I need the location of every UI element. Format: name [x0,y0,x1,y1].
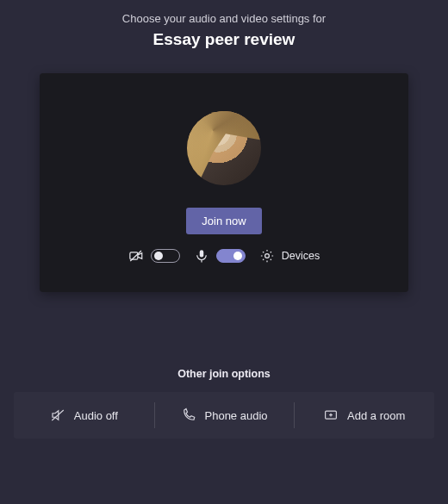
other-options-title: Other join options [7,368,441,380]
audio-off-option[interactable]: Audio off [14,392,154,439]
join-now-button[interactable]: Join now [186,208,261,234]
option-label: Add a room [347,409,405,422]
add-room-option[interactable]: Add a room [294,392,434,439]
devices-button[interactable]: Devices [259,248,320,264]
add-room-icon [323,408,339,423]
camera-toggle-switch[interactable] [151,249,180,263]
gear-icon [259,248,275,264]
svg-point-4 [264,254,269,258]
video-off-icon [128,248,144,264]
option-label: Phone audio [205,409,268,422]
option-label: Audio off [74,409,118,422]
prejoin-screen: Choose your audio and video settings for… [0,0,448,504]
header-subtitle: Choose your audio and video settings for [7,12,441,25]
phone-audio-option[interactable]: Phone audio [154,392,295,439]
av-controls: Devices [128,248,320,264]
svg-rect-2 [200,250,204,257]
camera-toggle[interactable] [128,248,180,264]
video-preview-panel: Join now Devices [40,73,408,292]
meeting-title: Essay peer review [7,30,441,49]
options-row: Audio off Phone audio Add a room [14,392,434,439]
other-join-options: Other join options Audio off Phone audio… [7,368,441,439]
phone-icon [181,408,196,423]
speaker-off-icon [50,408,65,423]
devices-label: Devices [282,250,320,262]
microphone-icon [194,248,209,264]
header: Choose your audio and video settings for… [7,12,441,49]
mic-toggle[interactable] [194,248,246,264]
mic-toggle-switch[interactable] [216,249,246,263]
avatar [187,111,261,185]
